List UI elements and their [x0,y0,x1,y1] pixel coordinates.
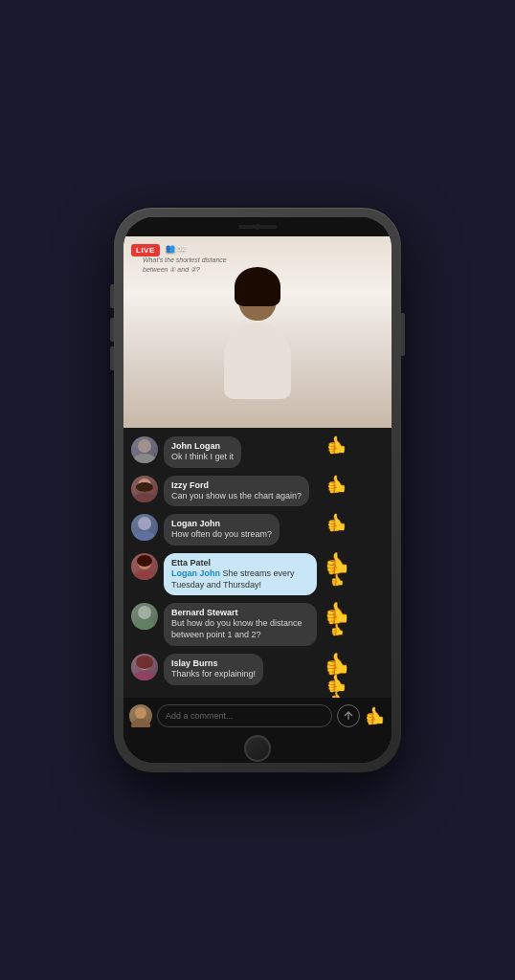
bubble-content-bernard: Bernard Stewart But how do you know the … [164,603,317,645]
streamer-hair [235,267,280,306]
avatar-izzy [131,476,158,502]
svg-point-3 [136,482,153,492]
thumb-icon-bernard-1: 👍 [325,603,350,624]
svg-point-15 [135,707,146,719]
comment-placeholder: Add a comment... [166,711,234,721]
bubble-content-john: John Logan Ok I think I get it [164,436,241,468]
thumb-icon-islay-1: 👍 [325,654,350,675]
text-etta: Logan John She streams every Tuesday and… [171,568,309,590]
svg-point-14 [133,671,156,680]
sender-logan: Logan John [171,519,272,528]
input-avatar [129,704,152,727]
svg-point-6 [133,531,156,541]
thumb-icon-logan: 👍 [326,514,347,531]
input-bar: Add a comment... 👍 [123,698,392,734]
thumb-icon-etta-1: 👍 [325,553,350,574]
message-logan: Logan John How often do you stream? 👍 [123,511,392,548]
bubble-content-etta: Etta Patel Logan John She streams every … [164,553,317,595]
streamer-video [210,275,305,428]
avatar-islay [131,654,158,680]
text-bernard: But how do you know the distance between… [171,618,309,640]
sender-bernard: Bernard Stewart [171,608,309,617]
thumb-icon-etta-2: 👍 [330,574,345,586]
thumb-icon-john: 👍 [326,436,347,454]
home-button[interactable] [244,735,271,762]
sender-islay: Islay Burns [171,658,256,668]
svg-point-10 [138,606,151,619]
camera-dot [255,224,260,230]
svg-point-5 [138,517,151,530]
phone-bottom [123,734,392,763]
thumb-icon-islay-3: 👍 [330,692,344,698]
svg-point-13 [136,656,153,669]
svg-point-16 [131,719,150,727]
thumbs-bernard: 👍 👍 [323,603,351,635]
text-logan: How often do you stream? [171,529,272,541]
text-izzy: Can you show us the chart again? [171,491,302,502]
thumbs-logan: 👍 [323,514,351,531]
bubble-john: John Logan Ok I think I get it [164,436,317,468]
svg-point-8 [137,555,152,567]
avatar-logan [131,514,158,541]
phone-screen: What's the shortest distance between ① a… [123,217,392,763]
like-button[interactable]: 👍 [365,705,386,726]
text-islay: Thanks for explaining! [171,669,256,680]
comment-input-field[interactable]: Add a comment... [157,704,332,727]
bubble-islay: Islay Burns Thanks for explaining! [164,654,317,685]
thumb-icon-islay-2: 👍 [326,675,347,692]
sender-etta: Etta Patel [171,558,309,568]
phone-top-bar [123,217,392,236]
live-badge: LIVE [131,244,160,256]
bubble-logan: Logan John How often do you stream? [164,514,317,546]
avatar-etta [131,553,158,580]
chat-area: John Logan Ok I think I get it 👍 [123,428,392,698]
streamer-head [238,275,277,321]
bubble-content-izzy: Izzy Ford Can you show us the chart agai… [164,476,309,507]
svg-point-1 [133,454,156,463]
message-etta: Etta Patel Logan John She streams every … [123,550,392,598]
viewers-count: 👥 52 [166,244,186,253]
thumbs-izzy: 👍 [323,476,351,493]
share-button[interactable] [337,704,360,727]
phone-frame: What's the shortest distance between ① a… [114,208,401,772]
thumb-icon-bernard-2: 👍 [330,624,345,635]
svg-point-9 [133,570,156,580]
avatar-bernard [131,603,158,630]
message-john: John Logan Ok I think I get it 👍 [123,434,392,471]
viewers-number: 52 [177,244,186,253]
bubble-content-islay: Islay Burns Thanks for explaining! [164,654,263,685]
streamer-body [224,323,291,399]
thumb-icon-izzy: 👍 [326,476,347,493]
thumbs-john: 👍 [323,436,351,454]
svg-point-11 [133,620,156,630]
message-bernard: Bernard Stewart But how do you know the … [123,600,392,648]
bubble-content-logan: Logan John How often do you stream? [164,514,280,546]
sender-john: John Logan [171,441,234,451]
mention-logan: Logan John [171,568,220,578]
sender-izzy: Izzy Ford [171,480,302,490]
svg-point-4 [133,493,156,502]
text-john: Ok I think I get it [171,452,234,463]
message-islay: Islay Burns Thanks for explaining! 👍 👍 👍 [123,651,392,698]
avatar-john [131,436,158,463]
video-area: What's the shortest distance between ① a… [123,236,392,428]
svg-point-0 [138,439,151,453]
bubble-etta: Etta Patel Logan John She streams every … [164,553,317,595]
thumbs-etta: 👍 👍 [323,553,351,586]
bubble-izzy: Izzy Ford Can you show us the chart agai… [164,476,317,507]
bubble-bernard: Bernard Stewart But how do you know the … [164,603,317,645]
message-izzy: Izzy Ford Can you show us the chart agai… [123,473,392,510]
thumbs-islay: 👍 👍 👍 [323,654,351,698]
viewers-icon: 👥 [166,244,175,253]
